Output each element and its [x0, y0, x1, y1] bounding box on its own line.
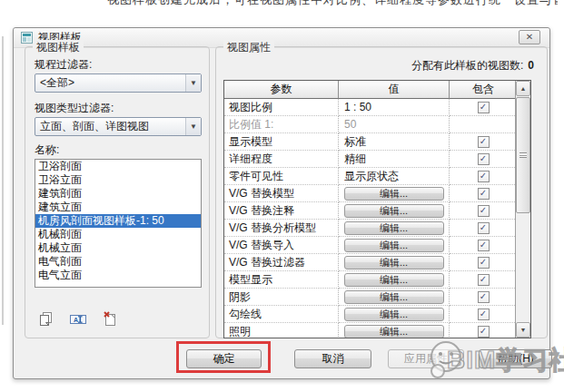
- screenshot-stage: 视图样板创建完成后，可在视图属性中对比例、详细程度等参数进行统一设置与管理，然后…: [0, 0, 564, 392]
- value-cell: 编辑...: [339, 289, 450, 306]
- param-cell: 阴影: [224, 289, 339, 306]
- list-item[interactable]: 机械剖面: [35, 228, 201, 241]
- param-cell: V/G 替换导入: [224, 237, 339, 254]
- discipline-filter-combo[interactable]: <全部> ▼: [35, 74, 202, 93]
- param-cell: 比例值 1:: [224, 116, 339, 133]
- value-cell: 显示原状态: [339, 168, 450, 185]
- dialog-titlebar[interactable]: 视图样板 ✕: [14, 28, 549, 48]
- include-checkbox[interactable]: [478, 153, 490, 165]
- template-toolbar: A: [36, 309, 120, 329]
- param-cell: 零件可见性: [224, 168, 339, 185]
- include-cell: [450, 202, 517, 220]
- value-cell: 编辑...: [339, 185, 450, 202]
- assigned-views-count: 分配有此样板的视图数:0: [411, 58, 534, 74]
- cropped-text-line: 视图样板创建完成后，可在视图属性中对比例、详细程度等参数进行统一设置与管理，然后…: [107, 0, 558, 7]
- chevron-down-icon[interactable]: ▼: [185, 118, 201, 135]
- include-checkbox[interactable]: [478, 171, 490, 182]
- help-button[interactable]: 帮助(H): [479, 349, 552, 368]
- value-cell: 编辑...: [339, 237, 450, 254]
- app-icon: [21, 32, 33, 44]
- include-checkbox[interactable]: [478, 222, 490, 234]
- scroll-down-icon[interactable]: ▼: [516, 322, 530, 338]
- include-cell: [450, 151, 517, 168]
- include-cell: [450, 185, 517, 202]
- view-type-filter-label: 视图类型过滤器:: [35, 101, 114, 116]
- param-cell: 详细程度: [224, 151, 339, 168]
- param-cell: 模型显示: [224, 271, 339, 289]
- value-cell: 50: [339, 116, 450, 133]
- include-checkbox[interactable]: [478, 257, 490, 269]
- discipline-filter-value: <全部>: [35, 75, 185, 91]
- chevron-down-icon[interactable]: ▼: [185, 74, 201, 92]
- list-item[interactable]: 机房风剖面视图样板-1: 50: [35, 214, 201, 228]
- include-cell: [450, 306, 517, 323]
- edit-button[interactable]: 编辑...: [344, 308, 444, 321]
- cancel-button[interactable]: 取消: [294, 349, 371, 368]
- include-checkbox[interactable]: [478, 188, 490, 200]
- list-item[interactable]: 建筑剖面: [35, 187, 201, 201]
- list-item[interactable]: 卫浴剖面: [35, 160, 201, 173]
- scrollbar-thumb[interactable]: [516, 97, 530, 213]
- view-properties-group: 视图属性 分配有此样板的视图数:0 参数 值 包含 视图比例 1 : 50 比例: [215, 46, 548, 338]
- view-type-filter-combo[interactable]: 立面、剖面、详图视图 ▼: [35, 117, 202, 136]
- param-cell: 视图比例: [224, 99, 339, 116]
- list-item[interactable]: 建筑立面: [35, 201, 201, 214]
- duplicate-icon[interactable]: [36, 309, 56, 329]
- value-cell: 编辑...: [339, 254, 450, 271]
- ok-button[interactable]: 确定: [186, 349, 262, 368]
- include-checkbox[interactable]: [478, 240, 490, 251]
- table-row: 零件可见性 显示原状态: [224, 168, 517, 185]
- include-checkbox[interactable]: [478, 326, 490, 338]
- table-row: 显示模型 标准: [224, 133, 517, 151]
- close-button[interactable]: ✕: [519, 30, 540, 44]
- include-cell: [450, 168, 517, 185]
- include-cell: [450, 323, 517, 338]
- view-type-filter-value: 立面、剖面、详图视图: [35, 119, 185, 134]
- discipline-filter-label: 规程过滤器:: [35, 57, 92, 73]
- include-checkbox[interactable]: [478, 136, 490, 148]
- apply-properties-button[interactable]: 应用属性: [388, 349, 464, 368]
- include-checkbox[interactable]: [478, 274, 490, 286]
- scroll-up-icon[interactable]: ▲: [516, 81, 530, 96]
- names-listbox[interactable]: 卫浴剖面卫浴立面建筑剖面建筑立面机房风剖面视图样板-1: 50机械剖面机械立面电…: [35, 159, 202, 288]
- include-checkbox[interactable]: [478, 309, 490, 320]
- list-item[interactable]: 机械立面: [35, 241, 201, 255]
- edit-button[interactable]: 编辑...: [344, 290, 444, 304]
- list-item[interactable]: 电气剖面: [35, 255, 201, 269]
- svg-text:A: A: [74, 317, 78, 323]
- list-item[interactable]: 卫浴立面: [35, 173, 201, 187]
- table-scrollbar[interactable]: ▲ ▼: [515, 81, 530, 338]
- header-value: 值: [339, 81, 450, 99]
- edit-button[interactable]: 编辑...: [344, 325, 444, 338]
- table-row: 模型显示 编辑...: [224, 271, 517, 289]
- table-row: 阴影 编辑...: [224, 289, 517, 306]
- include-checkbox[interactable]: [478, 102, 490, 113]
- list-item[interactable]: 电气立面: [35, 269, 201, 282]
- page-edge-line: [2, 36, 4, 325]
- param-cell: 勾绘线: [224, 306, 339, 323]
- rename-icon[interactable]: A: [68, 309, 88, 329]
- properties-table: 参数 值 包含 视图比例 1 : 50 比例值 1: 50 显示模型 标准: [223, 80, 531, 338]
- include-cell: [450, 133, 517, 151]
- edit-button[interactable]: 编辑...: [344, 221, 444, 235]
- param-cell: V/G 替换过滤器: [224, 254, 339, 271]
- edit-button[interactable]: 编辑...: [344, 256, 444, 270]
- value-cell: 编辑...: [339, 202, 450, 220]
- value-cell: 编辑...: [339, 306, 450, 323]
- table-row: V/G 替换过滤器 编辑...: [224, 254, 517, 271]
- edit-button[interactable]: 编辑...: [344, 239, 444, 252]
- edit-button[interactable]: 编辑...: [344, 273, 444, 287]
- view-template-dialog: 视图样板 ✕ 视图样板 规程过滤器: <全部> ▼ 视图类型过滤器: 立面、剖面…: [13, 27, 550, 379]
- table-row: V/G 替换分析模型 编辑...: [224, 220, 517, 237]
- edit-button[interactable]: 编辑...: [344, 187, 444, 201]
- param-cell: V/G 替换分析模型: [224, 220, 339, 237]
- value-cell: 编辑...: [339, 271, 450, 289]
- group-label: 视图样板: [33, 40, 84, 55]
- delete-icon[interactable]: [100, 309, 120, 329]
- include-checkbox[interactable]: [478, 291, 490, 303]
- table-row: V/G 替换模型 编辑...: [224, 185, 517, 202]
- edit-button[interactable]: 编辑...: [344, 204, 444, 218]
- value-cell: 标准: [339, 133, 450, 151]
- include-checkbox[interactable]: [478, 205, 490, 217]
- table-row: 照明 编辑...: [224, 323, 517, 338]
